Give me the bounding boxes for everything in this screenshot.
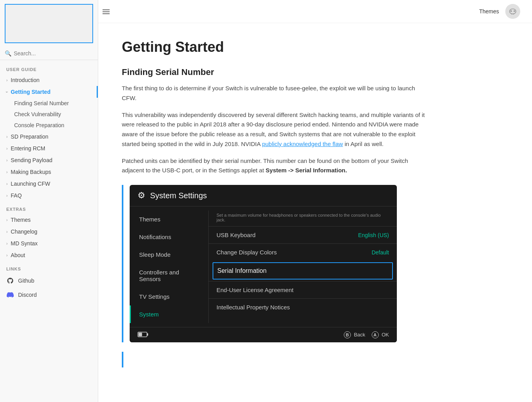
main-content: Themes Getting Started Finding Serial Nu… bbox=[98, 0, 532, 402]
paragraph-2: This vulnerability was independently dis… bbox=[122, 110, 428, 149]
chevron-right-icon: › bbox=[6, 170, 7, 174]
paragraph-1: The first thing to do is determine if yo… bbox=[122, 84, 428, 103]
chevron-right-icon: › bbox=[6, 194, 7, 198]
topbar: Themes bbox=[98, 0, 532, 23]
usb-keyboard-value: English (US) bbox=[358, 232, 389, 238]
sidebar-link-discord[interactable]: Discord bbox=[0, 288, 98, 302]
chevron-right-icon: › bbox=[6, 146, 7, 151]
sidebar-subitem-check-vulnerability[interactable]: Check Vulnerability bbox=[0, 109, 98, 120]
section-title-finding-serial-number: Finding Serial Number bbox=[122, 67, 428, 77]
switch-nav-system: System bbox=[130, 305, 208, 323]
switch-buttons: B Back A OK bbox=[344, 331, 389, 338]
svg-rect-6 bbox=[147, 333, 148, 336]
avatar[interactable] bbox=[505, 4, 520, 19]
switch-bottom-bar: B Back A OK bbox=[130, 327, 397, 342]
discord-icon bbox=[6, 291, 14, 299]
logo bbox=[5, 4, 93, 43]
github-icon bbox=[6, 277, 14, 285]
switch-setting-ip-notices: Intellectual Property Notices bbox=[209, 298, 397, 316]
sidebar-subitem-console-preparation[interactable]: Console Preparation bbox=[0, 120, 98, 131]
switch-nav-sleep-mode: Sleep Mode bbox=[130, 246, 208, 263]
page-content: Getting Started Finding Serial Number Th… bbox=[98, 23, 452, 391]
ip-notices-label: Intellectual Property Notices bbox=[216, 304, 290, 311]
svg-rect-7 bbox=[139, 333, 142, 336]
switch-setting-eula: End-User License Agreement bbox=[209, 281, 397, 298]
sidebar-item-launching-cfw[interactable]: › Launching CFW bbox=[0, 178, 98, 190]
svg-rect-3 bbox=[512, 13, 512, 15]
sidebar: 🔍 USER GUIDE › Introduction › Getting St… bbox=[0, 0, 98, 402]
settings-icon: ⚙ bbox=[138, 190, 145, 201]
switch-titlebar: ⚙ System Settings bbox=[130, 185, 397, 206]
switch-setting-serial-info: Serial Information bbox=[213, 262, 393, 280]
switch-nav-notifications: Notifications bbox=[130, 228, 208, 246]
switch-setting-display-colors: Change Display Colors Default bbox=[209, 243, 397, 261]
switch-screenshot: ⚙ System Settings Themes Notifications S… bbox=[130, 185, 397, 342]
flaw-link[interactable]: publicly acknowledged the flaw bbox=[262, 141, 343, 147]
switch-nav-tv-settings: TV Settings bbox=[130, 288, 208, 305]
sidebar-link-github[interactable]: Github bbox=[0, 274, 98, 288]
paragraph-3: Patched units can be identified by their… bbox=[122, 156, 428, 176]
switch-nav-controllers: Controllers and Sensors bbox=[130, 263, 208, 288]
sidebar-item-getting-started[interactable]: › Getting Started bbox=[0, 86, 98, 98]
sidebar-item-about[interactable]: › About bbox=[0, 249, 98, 261]
switch-content-area: Set a maximum volume for headphones or s… bbox=[209, 206, 397, 327]
switch-nav-themes: Themes bbox=[130, 210, 208, 228]
sidebar-item-changelog[interactable]: › Changelog bbox=[0, 226, 98, 238]
sidebar-item-themes[interactable]: › Themes bbox=[0, 214, 98, 226]
screenshot-wrapper: ⚙ System Settings Themes Notifications S… bbox=[122, 185, 428, 342]
sidebar-subitem-finding-serial-number[interactable]: Finding Serial Number bbox=[0, 98, 98, 109]
switch-title: System Settings bbox=[150, 191, 207, 200]
serial-info-label: Serial Information bbox=[217, 267, 266, 274]
svg-rect-4 bbox=[513, 13, 514, 15]
svg-point-1 bbox=[514, 10, 515, 12]
search-bar[interactable]: 🔍 bbox=[0, 47, 98, 60]
page-title: Getting Started bbox=[122, 39, 428, 55]
sidebar-item-making-backups[interactable]: › Making Backups bbox=[0, 166, 98, 178]
back-button-label: B Back bbox=[344, 331, 365, 338]
switch-body: Themes Notifications Sleep Mode Controll… bbox=[130, 206, 397, 327]
a-button-icon: A bbox=[372, 331, 379, 338]
section-label-user-guide: USER GUIDE bbox=[0, 62, 98, 74]
switch-subtitle: Set a maximum volume for headphones or s… bbox=[209, 210, 397, 226]
sidebar-item-entering-rcm[interactable]: › Entering RCM bbox=[0, 143, 98, 154]
svg-point-0 bbox=[510, 10, 512, 12]
ok-button-label: A OK bbox=[372, 331, 389, 338]
switch-setting-usb-keyboard: USB Keyboard English (US) bbox=[209, 226, 397, 243]
switch-nav: Themes Notifications Sleep Mode Controll… bbox=[130, 206, 208, 327]
chevron-right-icon: › bbox=[6, 158, 7, 163]
sidebar-item-md-syntax[interactable]: › MD Syntax bbox=[0, 238, 98, 249]
hamburger-button[interactable] bbox=[100, 6, 112, 18]
chevron-right-icon: › bbox=[6, 218, 7, 222]
section-label-extras: EXTRAS bbox=[0, 201, 98, 214]
battery-indicator bbox=[138, 332, 149, 338]
search-input[interactable] bbox=[14, 50, 93, 57]
section-divider-bar bbox=[122, 352, 428, 367]
chevron-right-icon: › bbox=[6, 135, 7, 139]
search-icon: 🔍 bbox=[5, 50, 11, 57]
topbar-themes-link[interactable]: Themes bbox=[479, 8, 499, 15]
chevron-right-icon: › bbox=[6, 230, 7, 234]
sidebar-item-sending-payload[interactable]: › Sending Payload bbox=[0, 154, 98, 166]
sidebar-item-introduction[interactable]: › Introduction bbox=[0, 74, 98, 86]
display-colors-label: Change Display Colors bbox=[216, 249, 277, 256]
b-button-icon: B bbox=[344, 331, 351, 338]
section-label-links: LINKS bbox=[0, 261, 98, 274]
display-colors-value: Default bbox=[372, 249, 389, 256]
sidebar-item-faq[interactable]: › FAQ bbox=[0, 190, 98, 201]
sidebar-item-sd-preparation[interactable]: › SD Preparation bbox=[0, 131, 98, 143]
chevron-down-icon: › bbox=[5, 91, 9, 92]
chevron-right-icon: › bbox=[6, 182, 7, 186]
chevron-right-icon: › bbox=[6, 78, 7, 82]
usb-keyboard-label: USB Keyboard bbox=[216, 232, 255, 238]
chevron-right-icon: › bbox=[6, 253, 7, 258]
eula-label: End-User License Agreement bbox=[216, 287, 294, 293]
chevron-right-icon: › bbox=[6, 241, 7, 246]
